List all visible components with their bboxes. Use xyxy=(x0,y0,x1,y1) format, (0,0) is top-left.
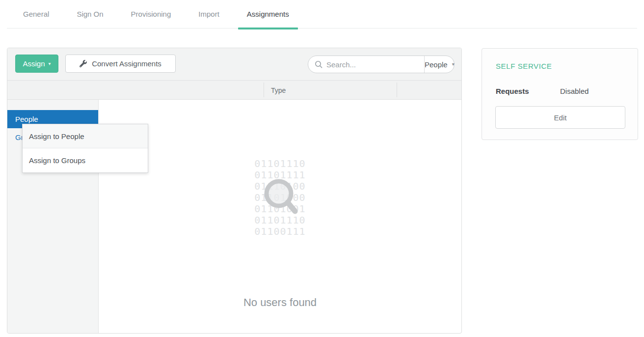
tab-import[interactable]: Import xyxy=(189,0,228,28)
assignments-table-header: Type xyxy=(7,81,461,100)
search-scope-dropdown[interactable]: People ▾ xyxy=(425,56,455,73)
tab-provisioning[interactable]: Provisioning xyxy=(122,0,180,28)
search-segment xyxy=(308,56,425,73)
edit-button[interactable]: Edit xyxy=(495,106,625,129)
assign-button-label: Assign xyxy=(23,59,45,68)
assign-dropdown-menu: Assign to People Assign to Groups xyxy=(22,124,148,173)
tab-general[interactable]: General xyxy=(14,0,58,28)
self-service-title: SELF SERVICE xyxy=(496,62,552,70)
menu-item-assign-to-groups[interactable]: Assign to Groups xyxy=(23,148,148,172)
assignments-toolbar: Assign ▾ Convert Assignments People ▾ xyxy=(7,48,461,81)
app-tabs: General Sign On Provisioning Import Assi… xyxy=(7,0,637,28)
column-divider xyxy=(264,83,264,97)
assign-button[interactable]: Assign ▾ xyxy=(15,55,58,73)
search-group: People ▾ xyxy=(308,56,455,73)
wrench-icon xyxy=(80,60,87,67)
requests-label: Requests xyxy=(496,87,529,95)
menu-item-assign-to-people[interactable]: Assign to People xyxy=(23,124,148,148)
magnifier-icon xyxy=(256,172,303,219)
binary-row: 01101110 xyxy=(99,158,461,169)
binary-row: 01100111 xyxy=(99,226,461,237)
tab-assignments[interactable]: Assignments xyxy=(238,0,298,28)
assignments-panel: Assign ▾ Convert Assignments People ▾ xyxy=(7,48,462,334)
chevron-down-icon: ▾ xyxy=(49,61,51,66)
tab-sign-on[interactable]: Sign On xyxy=(68,0,112,28)
search-icon xyxy=(315,60,322,68)
empty-state-message: No users found xyxy=(99,296,461,309)
column-header-type: Type xyxy=(271,81,286,100)
self-service-panel: SELF SERVICE Requests Disabled Edit xyxy=(482,48,638,140)
convert-assignments-button[interactable]: Convert Assignments xyxy=(65,55,176,73)
search-input[interactable] xyxy=(326,60,424,69)
empty-state: 01101110 01101111 01110100 01101000 0110… xyxy=(99,100,461,333)
search-scope-label: People xyxy=(425,60,448,69)
requests-value: Disabled xyxy=(560,87,589,95)
column-divider xyxy=(397,83,397,97)
convert-assignments-label: Convert Assignments xyxy=(92,59,161,68)
chevron-down-icon: ▾ xyxy=(452,62,455,67)
